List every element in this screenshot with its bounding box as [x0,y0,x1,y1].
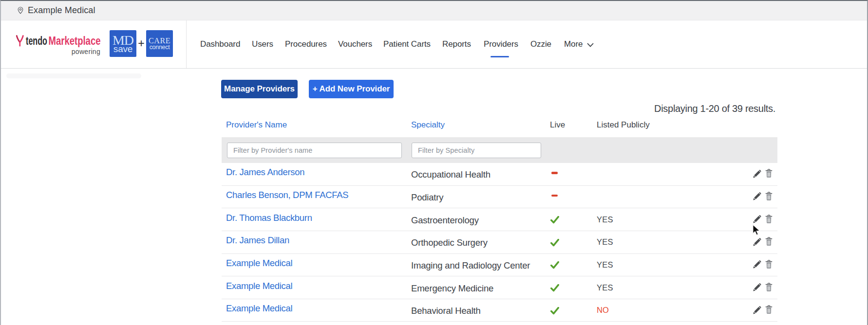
mdsave-logo[interactable]: MD save [110,30,136,57]
edit-pencil-icon [753,237,762,246]
nav-item-label: Procedures [285,39,327,49]
cell-specialty: Podiatry [407,191,546,202]
cell-actions [748,305,777,314]
delete-provider-button[interactable] [765,169,773,178]
careconnect-logo[interactable]: CARE connect [146,30,173,57]
app-window: Example Medical tendo Marketplace poweri… [0,0,868,325]
cell-actions [748,237,777,246]
not-live-dash-icon [551,172,558,174]
delete-provider-button[interactable] [765,260,773,269]
location-pin-icon [18,7,23,14]
cell-provider-name: Dr. James Anderson [222,169,407,180]
provider-name-link[interactable]: Charles Benson, DPM FACFAS [226,190,348,200]
delete-provider-button[interactable] [765,283,773,292]
edit-pencil-icon [753,192,762,200]
delete-provider-button[interactable] [765,192,773,201]
provider-row: Dr. James DillanOrthopedic SurgeryYES [222,231,777,254]
specialty-text: Gastroenterology [411,215,479,225]
cell-actions [748,283,777,292]
cell-provider-name: Example Medical [222,305,407,316]
table-header-row: Provider's Name Specialty Live Listed Pu… [222,117,777,137]
column-header-provider-name[interactable]: Provider's Name [222,120,407,130]
edit-provider-button[interactable] [753,283,762,291]
edit-provider-button[interactable] [753,237,762,246]
nav-item-providers[interactable]: Providers [484,20,518,68]
filter-specialty-input[interactable] [412,143,541,158]
listed-publicly-text: YES [597,260,613,269]
brand-plus-sign: + [137,30,146,57]
cell-actions [748,169,777,178]
brand-area: tendo Marketplace powering MD save + CAR… [1,20,186,68]
specialty-text: Occupational Health [411,169,491,180]
provider-name-link[interactable]: Example Medical [226,281,292,291]
provider-row: Example MedicalEmergency MedicineYES [222,276,777,299]
header-divider [186,20,187,68]
nav-item-procedures[interactable]: Procedures [285,20,327,68]
edit-provider-button[interactable] [753,192,762,200]
edit-pencil-icon [753,215,762,223]
listed-publicly-text: NO [597,306,609,314]
provider-row: Dr. James AndersonOccupational Health [222,163,777,186]
live-check-icon [550,239,559,247]
nav-item-users[interactable]: Users [252,20,273,68]
provider-name-link[interactable]: Example Medical [226,258,292,268]
nav-item-label: Reports [442,39,471,49]
delete-provider-button[interactable] [765,237,773,246]
cell-provider-name: Charles Benson, DPM FACFAS [222,191,407,202]
main-content: Manage Providers + Add New Provider Disp… [1,69,867,325]
specialty-text: Podiatry [411,192,443,202]
edit-provider-button[interactable] [753,215,762,223]
edit-provider-button[interactable] [753,306,762,314]
nav-item-reports[interactable]: Reports [442,20,471,68]
provider-row: Charles Benson, DPM FACFASPodiatry [222,186,777,209]
edit-provider-button[interactable] [753,260,762,269]
delete-trash-icon [765,305,773,314]
live-check-icon [550,284,559,292]
cell-provider-name: Dr. James Dillan [222,237,407,248]
provider-name-link[interactable]: Dr. Thomas Blackburn [226,213,312,223]
column-header-specialty[interactable]: Specialty [407,120,546,130]
nav-item-vouchers[interactable]: Vouchers [338,20,372,68]
org-name[interactable]: Example Medical [28,5,95,16]
cell-listed-publicly: YES [592,283,748,292]
cell-specialty: Gastroenterology [407,214,546,225]
delete-provider-button[interactable] [765,215,773,224]
mdsave-logo-bottom: save [113,46,132,53]
nav-item-dashboard[interactable]: Dashboard [200,20,240,68]
provider-name-link[interactable]: Example Medical [226,303,292,313]
active-tab-underline [491,56,509,57]
edit-provider-button[interactable] [753,169,762,178]
provider-name-link[interactable]: Dr. James Anderson [226,167,304,177]
cell-listed-publicly: YES [592,260,748,270]
brand-marketplace-text: Marketplace [49,35,101,47]
nav-item-patient-carts[interactable]: Patient Carts [383,20,431,68]
live-check-icon [550,307,559,315]
not-live-dash-icon [551,195,558,197]
delete-trash-icon [765,260,773,269]
manage-providers-button[interactable]: Manage Providers [221,80,298,98]
specialty-text: Behavioral Health [411,306,481,316]
nav-item-ozzie[interactable]: Ozzie [530,20,551,68]
provider-name-link[interactable]: Dr. James Dillan [226,235,289,245]
chevron-down-icon [587,43,594,47]
specialty-text: Imaging and Radiology Center [411,260,530,271]
delete-provider-button[interactable] [765,305,773,314]
careconnect-logo-bottom: connect [150,45,170,50]
brand-tendo-text: tendo [26,35,47,47]
tendo-mark-icon [17,36,23,46]
cell-actions [748,192,777,201]
providers-table: Provider's Name Specialty Live Listed Pu… [222,117,777,322]
delete-trash-icon [765,283,773,292]
delete-trash-icon [765,237,773,246]
nav-item-label: Dashboard [200,39,240,49]
nav-item-more[interactable]: More [564,20,594,68]
live-check-icon [550,216,559,224]
add-new-provider-button[interactable]: + Add New Provider [309,80,394,98]
nav-item-label: Providers [484,39,518,49]
cell-listed-publicly: NO [592,306,748,315]
results-summary: Displaying 1-20 of 39 results. [654,103,775,114]
cell-actions [748,260,777,269]
live-check-icon [550,261,559,269]
filter-provider-name-input[interactable] [227,143,402,158]
tendo-logo[interactable]: tendo Marketplace [0,20,107,68]
